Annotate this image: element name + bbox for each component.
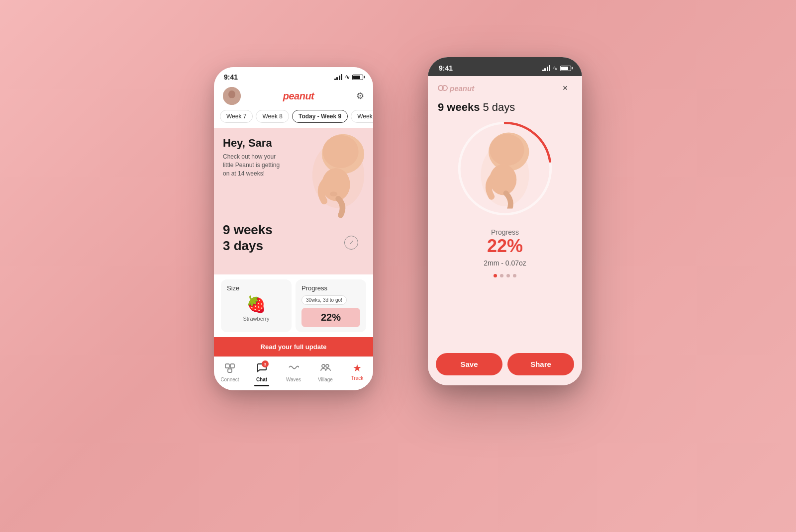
- week-tab-10[interactable]: Week 10: [351, 110, 373, 123]
- nav-chat[interactable]: 3 Chat: [246, 362, 278, 386]
- week-tabs: Week 7 Week 8 Today - Week 9 Week 10: [214, 110, 373, 128]
- waves-icon: [288, 362, 299, 375]
- close-button[interactable]: ×: [558, 81, 572, 95]
- app-container: 9:41 ∿: [174, 42, 622, 490]
- svg-rect-10: [228, 369, 232, 372]
- svg-point-17: [490, 134, 524, 166]
- svg-point-1: [228, 90, 235, 98]
- strawberry-emoji: 🍓: [227, 295, 286, 314]
- peanut-logo-right: peanut: [438, 84, 474, 92]
- left-status-bar: 9:41 ∿: [214, 67, 373, 83]
- svg-point-2: [227, 98, 237, 104]
- progress-info: Progress 22% 2mm - 0.07oz: [438, 228, 572, 267]
- bottom-buttons: Save Share: [428, 346, 582, 385]
- dot-4: [513, 274, 516, 277]
- peanut-logo-left: peanut: [283, 90, 314, 102]
- weeks-title: 9 weeks 5 days: [438, 101, 572, 114]
- settings-icon[interactable]: ⚙: [356, 90, 364, 101]
- chat-icon: 3: [256, 362, 267, 375]
- left-status-icons: ∿: [334, 74, 364, 81]
- read-update-bar[interactable]: Read your full update: [214, 337, 373, 356]
- nav-active-indicator: [254, 385, 269, 386]
- dot-1: [494, 274, 497, 277]
- right-wifi-icon: ∿: [553, 65, 558, 72]
- track-label: Track: [351, 375, 364, 381]
- progress-fill-card: 22%: [301, 308, 360, 327]
- nav-waves[interactable]: Waves: [278, 362, 309, 382]
- left-time: 9:41: [224, 73, 238, 81]
- chat-label: Chat: [256, 377, 267, 382]
- hero-section: Hey, Sara Check out how your little Pean…: [214, 128, 373, 274]
- circular-progress: [455, 119, 555, 218]
- weeks-display: 9 weeks 3 days ⤢: [223, 222, 364, 253]
- size-card: Size 🍓 Strawberry: [221, 279, 292, 332]
- dot-2: [500, 274, 503, 277]
- dots-indicator: [494, 274, 516, 277]
- signal-icon: [334, 74, 343, 80]
- progress-badge: 30wks, 3d to go!: [301, 295, 347, 305]
- avatar[interactable]: [223, 87, 241, 105]
- svg-rect-9: [230, 364, 234, 368]
- weeks-line1: 9 weeks: [223, 222, 364, 238]
- chat-badge: 3: [262, 360, 269, 367]
- right-status-icons: ∿: [542, 65, 572, 72]
- size-card-title: Size: [227, 284, 286, 292]
- svg-point-7: [330, 191, 337, 196]
- wifi-icon: ∿: [345, 74, 350, 81]
- waves-label: Waves: [286, 377, 301, 382]
- hero-subtitle: Check out how your little Peanut is gett…: [223, 153, 288, 177]
- size-card-label: Strawberry: [227, 316, 286, 322]
- weeks-line2: 3 days: [223, 238, 364, 254]
- weeks-bold: 9 weeks: [438, 101, 480, 113]
- right-time: 9:41: [439, 64, 453, 72]
- right-signal-icon: [542, 65, 551, 71]
- battery-icon: [352, 75, 363, 80]
- nav-connect[interactable]: Connect: [214, 362, 246, 382]
- week-tab-today[interactable]: Today - Week 9: [292, 110, 348, 123]
- progress-value-right: 22%: [438, 236, 572, 256]
- svg-point-11: [322, 364, 325, 367]
- svg-rect-8: [225, 364, 229, 368]
- progress-percentage: 22%: [321, 312, 341, 323]
- progress-card-title: Progress: [301, 284, 360, 292]
- week-tab-7[interactable]: Week 7: [220, 110, 253, 123]
- fetus-image-left: [298, 133, 373, 222]
- size-text: 2mm - 0.07oz: [438, 259, 572, 267]
- connect-icon: [224, 362, 235, 375]
- progress-card: Progress 30wks, 3d to go! 22%: [296, 279, 366, 332]
- track-icon: ★: [353, 362, 362, 374]
- connect-label: Connect: [220, 377, 239, 382]
- save-button[interactable]: Save: [436, 353, 502, 375]
- expand-button[interactable]: ⤢: [344, 236, 358, 250]
- svg-point-5: [323, 135, 359, 168]
- weeks-regular: 5 days: [480, 101, 515, 113]
- fetus-center: [470, 132, 540, 209]
- nav-track[interactable]: ★ Track: [341, 362, 373, 381]
- village-icon: [320, 362, 331, 375]
- nav-village[interactable]: Village: [309, 362, 341, 382]
- right-battery-icon: [560, 66, 571, 71]
- app-header: peanut ⚙: [214, 83, 373, 110]
- right-status-bar: 9:41 ∿: [428, 57, 582, 76]
- right-phone: 9:41 ∿: [428, 57, 582, 385]
- village-label: Village: [318, 377, 333, 382]
- right-phone-body: peanut × 9 weeks 5 days: [428, 76, 582, 346]
- bottom-nav: Connect 3 Chat Waves: [214, 356, 373, 390]
- svg-point-12: [326, 364, 329, 367]
- cards-section: Size 🍓 Strawberry Progress 30wks, 3d to …: [214, 274, 373, 337]
- dot-3: [506, 274, 510, 277]
- week-tab-8[interactable]: Week 8: [256, 110, 289, 123]
- progress-label-right: Progress: [438, 228, 572, 236]
- share-button[interactable]: Share: [507, 353, 574, 375]
- left-phone: 9:41 ∿: [214, 67, 373, 390]
